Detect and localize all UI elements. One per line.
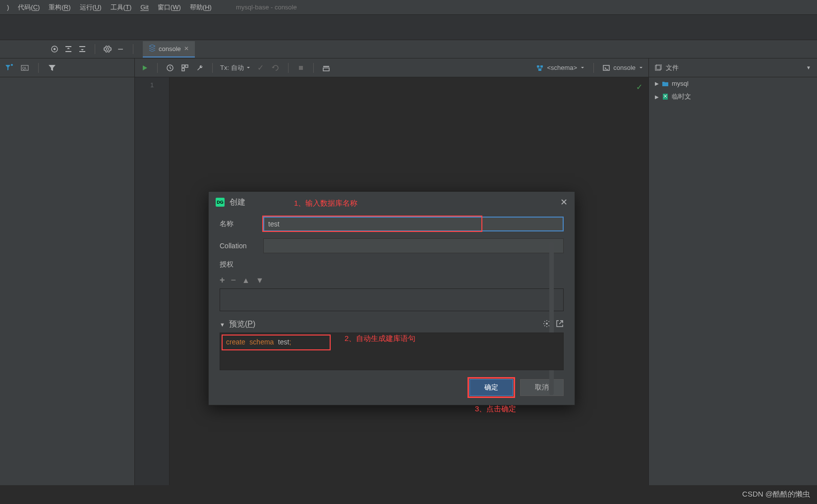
chevron-right-icon: ▶ [655,81,659,86]
separator [212,63,213,73]
svg-point-1 [54,49,56,50]
svg-rect-14 [323,68,329,71]
menu-item-code[interactable]: 代码(C) [13,1,44,14]
svg-rect-12 [299,66,303,70]
left-sidebar: QL [0,58,135,485]
svg-rect-15 [537,65,539,67]
name-input[interactable] [263,217,564,231]
ql-icon[interactable]: QL [20,63,30,73]
svg-rect-13 [323,66,329,67]
dialog-title-text: 创建 [230,197,245,208]
svg-rect-9 [182,65,184,67]
tab-console[interactable]: console ✕ [143,41,195,57]
separator [593,63,594,73]
name-row: 名称 [220,217,564,231]
up-icon[interactable]: ▲ [242,276,250,285]
menu-item-window[interactable]: 窗口(W) [153,1,185,14]
cancel-button[interactable]: 取消 [520,379,564,396]
stop-icon[interactable] [296,63,306,73]
popout-icon[interactable] [556,320,564,330]
rollback-icon[interactable] [271,63,281,73]
folder-icon [662,80,669,87]
collapse-icon[interactable] [77,44,87,54]
right-panel: 文件 ▼ ▶ mysql ▶ 临时文 [648,58,817,485]
filter-icon[interactable] [47,63,57,73]
menu-item-help[interactable]: 帮助(H) [185,1,216,14]
separator [95,44,95,54]
tree-item-temp[interactable]: ▶ 临时文 [649,90,817,104]
expand-icon[interactable] [63,44,73,54]
add-filter-icon[interactable] [4,63,14,73]
run-icon[interactable] [140,63,150,73]
separator [38,63,39,73]
down-icon[interactable]: ▼ [256,276,264,285]
history-icon[interactable] [165,63,175,73]
menu-item-paren[interactable]: ) [2,1,13,13]
tree-item-mysql[interactable]: ▶ mysql [649,77,817,90]
scrollbar[interactable] [549,241,554,395]
datagrip-icon: DG [216,198,225,207]
line-gutter: 1 [135,77,170,485]
svg-rect-2 [65,46,71,47]
chevron-down-icon: ▼ [220,322,225,328]
separator [157,63,158,73]
right-panel-header[interactable]: 文件 ▼ [649,58,817,77]
collation-input[interactable] [263,238,564,253]
window-title: mysql-base - console [236,3,297,11]
tree-label: mysql [672,80,689,87]
output-icon[interactable] [321,63,331,73]
sql-preview[interactable]: create schema test; [220,333,564,370]
tab-close-icon[interactable]: ✕ [184,45,189,52]
toolbar-row: − console ✕ [0,40,817,58]
svg-rect-4 [79,46,85,47]
filter-bar: QL [0,58,134,77]
menu-item-run[interactable]: 运行(U) [75,1,106,14]
ok-button[interactable]: 确定 [469,379,513,396]
remove-icon[interactable]: − [231,275,236,285]
editor-toolbar: Tx: 自动 ✓ <schema> console [135,58,648,77]
minus-icon[interactable]: − [116,44,125,54]
gear-icon[interactable] [103,44,113,54]
separator [133,44,133,54]
session-selector[interactable]: console [602,64,643,72]
separator [313,63,314,73]
target-icon[interactable] [50,44,59,54]
svg-rect-16 [540,65,543,67]
grant-list[interactable] [220,288,564,311]
svg-rect-11 [182,68,184,71]
svg-rect-17 [538,69,541,71]
files-icon [655,64,662,71]
menu-item-tools[interactable]: 工具(T) [106,1,136,14]
dialog-titlebar[interactable]: DG 创建 ✕ [209,192,575,213]
collation-row: Collation [220,238,564,253]
menu-bar: ) 代码(C) 重构(R) 运行(U) 工具(T) Git 窗口(W) 帮助(H… [0,0,817,15]
tx-mode-selector[interactable]: Tx: 自动 [220,63,251,72]
svg-rect-10 [185,65,188,67]
svg-rect-21 [663,94,668,100]
grant-label: 授权 [220,260,564,269]
menu-item-git[interactable]: Git [136,1,153,13]
explain-icon[interactable] [180,63,190,73]
svg-rect-3 [65,51,71,52]
breadcrumb-area [0,15,817,40]
commit-icon[interactable]: ✓ [256,63,266,73]
add-icon[interactable]: + [220,275,225,285]
watermark: CSDN @酷酷的懒虫 [742,490,810,499]
wrench-icon[interactable] [195,63,205,73]
svg-rect-5 [79,51,85,52]
chevron-right-icon: ▶ [655,94,659,100]
check-icon: ✓ [636,82,642,92]
scratch-icon [662,93,669,100]
grant-toolbar: + − ▲ ▼ [220,272,564,288]
preview-header[interactable]: ▼ 预览(P) [220,316,564,333]
close-icon[interactable]: ✕ [560,197,568,208]
menu-item-refactor[interactable]: 重构(R) [44,1,75,14]
tab-label: console [159,45,181,53]
sql-icon [149,45,156,53]
tree-label: 临时文 [672,92,691,101]
schema-selector[interactable]: <schema> [536,64,585,72]
create-schema-dialog: DG 创建 ✕ 名称 Collation 授权 + − ▲ ▼ ▼ 预览(P) [208,191,575,405]
panel-title: 文件 [666,63,679,72]
name-label: 名称 [220,220,254,228]
dialog-footer: 确定 取消 [209,370,575,405]
